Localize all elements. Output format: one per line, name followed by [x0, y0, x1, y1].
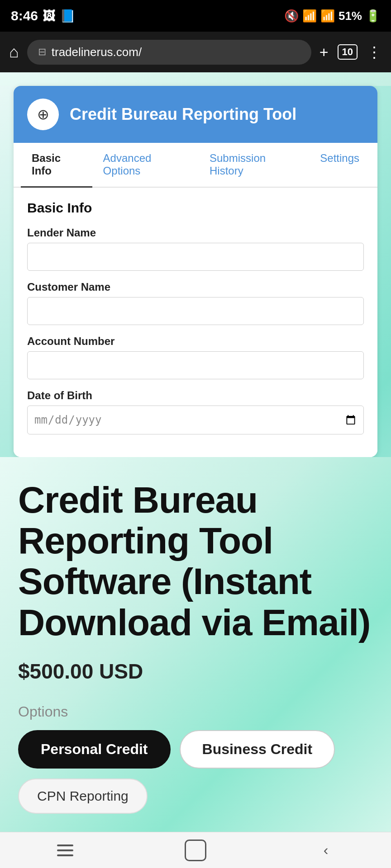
date-of-birth-label: Date of Birth	[27, 389, 364, 402]
tab-basic-info[interactable]: Basic Info	[21, 143, 92, 188]
back-arrow-icon: ‹	[324, 842, 329, 859]
customer-name-group: Customer Name	[27, 281, 364, 325]
options-row: Personal Credit Business Credit	[18, 730, 373, 769]
lender-name-input[interactable]	[27, 243, 364, 271]
more-options-icon[interactable]: ⋮	[367, 43, 382, 61]
bottom-nav: ‹	[0, 832, 391, 868]
account-number-input[interactable]	[27, 351, 364, 379]
battery-level: 51%	[339, 9, 362, 23]
browser-actions: + 10 ⋮	[319, 43, 382, 61]
customer-name-input[interactable]	[27, 297, 364, 325]
tab-count[interactable]: 10	[338, 44, 358, 60]
browser-bar: ⌂ ⊟ tradelinerus.com/ + 10 ⋮	[0, 32, 391, 72]
account-number-label: Account Number	[27, 335, 364, 348]
lender-name-group: Lender Name	[27, 226, 364, 271]
tool-widget: ⊕ Credit Bureau Reporting Tool Basic Inf…	[14, 86, 377, 457]
business-credit-option[interactable]: Business Credit	[180, 730, 335, 769]
nav-bars-button[interactable]	[47, 837, 83, 864]
status-left: 8:46 🖼 📘	[11, 8, 76, 24]
tab-switch-icon: ⊟	[38, 46, 46, 58]
status-right: 🔇 📶 📶 51% 🔋	[284, 9, 380, 23]
nav-home-icon	[185, 840, 206, 861]
tool-tabs: Basic Info Advanced Options Submission H…	[14, 143, 377, 188]
lender-name-label: Lender Name	[27, 226, 364, 239]
zoom-icon: ⊕	[37, 106, 49, 123]
facebook-icon: 📘	[60, 9, 76, 24]
new-tab-icon[interactable]: +	[319, 43, 329, 61]
basic-info-title: Basic Info	[27, 200, 364, 216]
gallery-icon: 🖼	[43, 9, 55, 24]
tab-settings[interactable]: Settings	[309, 143, 370, 188]
product-section: Credit Bureau Reporting Tool Software (I…	[0, 457, 391, 832]
tool-body: Basic Info Lender Name Customer Name Acc…	[14, 188, 377, 457]
status-bar: 8:46 🖼 📘 🔇 📶 📶 51% 🔋	[0, 0, 391, 32]
battery-icon: 🔋	[366, 9, 380, 23]
date-of-birth-group: Date of Birth	[27, 389, 364, 434]
product-price: $500.00 USD	[18, 659, 373, 684]
url-text: tradelinerus.com/	[52, 45, 300, 59]
tool-header: ⊕ Credit Bureau Reporting Tool	[14, 86, 377, 143]
nav-home-button[interactable]	[177, 837, 214, 864]
wifi-icon: 📶	[302, 9, 317, 23]
status-time: 8:46	[11, 8, 38, 24]
signal-icon: 📶	[320, 9, 335, 23]
tab-submission-history[interactable]: Submission History	[199, 143, 309, 188]
nav-bars-icon	[57, 844, 73, 856]
top-spacer	[0, 72, 391, 86]
address-bar[interactable]: ⊟ tradelinerus.com/	[27, 40, 311, 65]
hero-section: ⊕ Credit Bureau Reporting Tool Basic Inf…	[0, 86, 391, 832]
customer-name-label: Customer Name	[27, 281, 364, 293]
mute-icon: 🔇	[284, 9, 299, 23]
tab-advanced-options[interactable]: Advanced Options	[92, 143, 199, 188]
browser-home-icon[interactable]: ⌂	[9, 42, 19, 61]
cpn-reporting-option-row: CPN Reporting	[18, 778, 373, 814]
account-number-group: Account Number	[27, 335, 364, 379]
tool-title: Credit Bureau Reporting Tool	[70, 105, 296, 124]
options-label: Options	[18, 703, 373, 720]
date-of-birth-input[interactable]	[27, 406, 364, 434]
personal-credit-option[interactable]: Personal Credit	[18, 730, 171, 769]
nav-back-button[interactable]: ‹	[308, 837, 344, 864]
cpn-reporting-option[interactable]: CPN Reporting	[18, 778, 148, 814]
zoom-icon-button[interactable]: ⊕	[27, 99, 59, 130]
product-title: Credit Bureau Reporting Tool Software (I…	[18, 480, 373, 643]
